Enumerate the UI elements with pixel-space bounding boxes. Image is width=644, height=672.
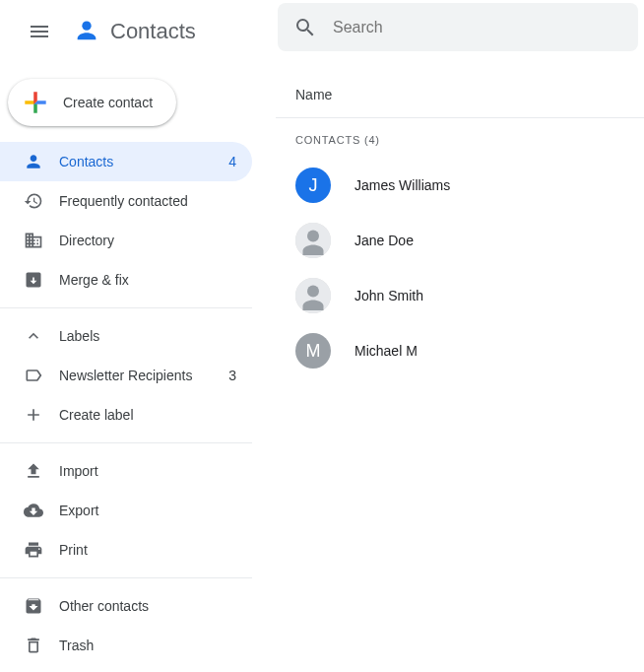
divider <box>0 307 252 308</box>
divider <box>0 577 252 578</box>
trash2-icon <box>24 636 43 655</box>
nav-label: Create label <box>59 407 236 423</box>
contact-name: James Williams <box>354 177 450 193</box>
sidebar-item-export[interactable]: Export <box>0 491 252 530</box>
nav-label: Newsletter Recipients <box>59 368 228 383</box>
nav-label: Frequently contacted <box>59 193 236 209</box>
search-input[interactable] <box>333 19 622 36</box>
content-area: Name Contacts (4) JJames WilliamsJane Do… <box>252 71 644 665</box>
nav-count: 3 <box>228 368 236 383</box>
archive-icon <box>24 596 43 616</box>
upload-icon <box>24 461 43 481</box>
sidebar-create-label[interactable]: Create label <box>0 395 252 435</box>
contacts-logo-icon <box>67 12 106 51</box>
contact-row[interactable]: Jane Doe <box>276 213 644 268</box>
domain-icon <box>24 231 43 250</box>
nav-label: Directory <box>59 233 236 248</box>
svg-point-0 <box>82 22 91 31</box>
svg-point-2 <box>307 231 319 242</box>
cloud-icon <box>24 501 43 520</box>
divider <box>0 442 252 443</box>
column-header-row: Name <box>276 71 644 118</box>
svg-point-4 <box>307 286 319 298</box>
contact-row[interactable]: MMichael M <box>276 323 644 378</box>
sidebar-item-print[interactable]: Print <box>0 530 252 570</box>
contact-name: John Smith <box>354 288 423 303</box>
person-icon <box>24 152 43 171</box>
expand-icon <box>24 326 43 346</box>
contact-name: Jane Doe <box>354 233 414 248</box>
create-contact-button[interactable]: Create contact <box>8 79 176 126</box>
label-icon <box>24 366 43 385</box>
menu-button[interactable] <box>16 8 63 55</box>
nav-label: Import <box>59 463 236 479</box>
app-title: Contacts <box>110 19 196 44</box>
contact-row[interactable]: JJames Williams <box>276 158 644 213</box>
sidebar-item-directory[interactable]: Directory <box>0 221 252 260</box>
contact-name: Michael M <box>354 343 418 359</box>
sidebar-item-import[interactable]: Import <box>0 451 252 491</box>
sidebar-label-item[interactable]: Newsletter Recipients3 <box>0 356 252 395</box>
search-icon <box>293 16 317 39</box>
print-icon <box>24 540 43 560</box>
sidebar-item-frequently-contacted[interactable]: Frequently contacted <box>0 181 252 221</box>
avatar-initial: J <box>295 168 331 203</box>
sidebar-item-contacts[interactable]: Contacts4 <box>0 142 252 181</box>
sidebar-item-merge-fix[interactable]: Merge & fix <box>0 260 252 300</box>
section-label: Contacts (4) <box>276 118 644 158</box>
nav-label: Labels <box>59 328 236 344</box>
contact-row[interactable]: John Smith <box>276 268 644 323</box>
add-icon <box>24 405 43 425</box>
plus-multicolor-icon <box>20 87 51 118</box>
column-header-name: Name <box>276 87 332 102</box>
nav-count: 4 <box>228 154 236 169</box>
avatar-image <box>295 223 331 258</box>
create-contact-label: Create contact <box>63 95 153 110</box>
nav-label: Other contacts <box>59 598 236 614</box>
sidebar-labels-header[interactable]: Labels <box>0 316 252 356</box>
hamburger-icon <box>28 20 51 43</box>
history-icon <box>24 191 43 211</box>
sidebar-item-trash[interactable]: Trash <box>0 626 252 665</box>
nav-label: Export <box>59 503 236 518</box>
app-logo[interactable]: Contacts <box>67 12 196 51</box>
nav-label: Contacts <box>59 154 228 169</box>
sidebar-item-other-contacts[interactable]: Other contacts <box>0 586 252 626</box>
nav-label: Print <box>59 542 236 558</box>
sidebar: Create contact Contacts4Frequently conta… <box>0 71 252 665</box>
nav-label: Merge & fix <box>59 272 236 288</box>
search-box[interactable] <box>278 3 638 51</box>
merge-icon <box>24 270 43 290</box>
avatar-image <box>295 278 331 313</box>
avatar-initial: M <box>295 333 331 369</box>
nav-label: Trash <box>59 638 236 653</box>
